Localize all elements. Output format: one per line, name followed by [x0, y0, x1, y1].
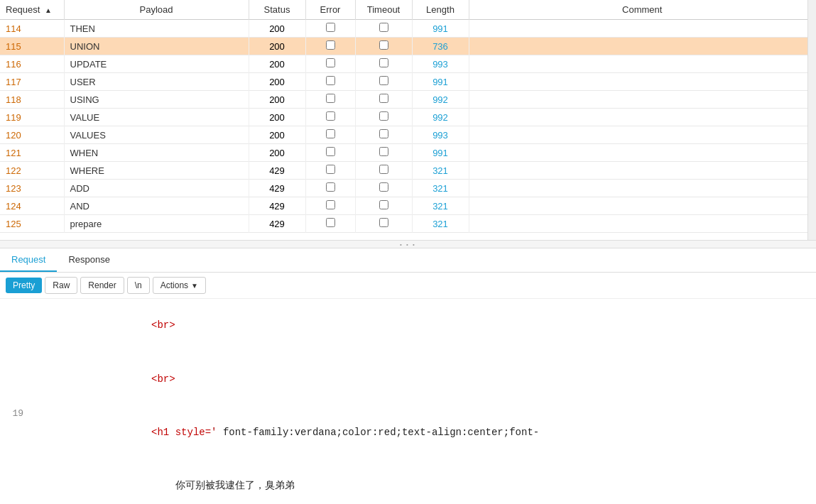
cell-error[interactable] [305, 109, 355, 126]
timeout-checkbox[interactable] [379, 218, 388, 227]
timeout-checkbox[interactable] [379, 94, 388, 103]
table-row[interactable]: 125prepare429321 [0, 215, 816, 233]
timeout-checkbox[interactable] [379, 40, 388, 50]
error-checkbox[interactable] [326, 94, 335, 103]
cell-payload: prepare [64, 215, 249, 233]
timeout-checkbox[interactable] [379, 165, 388, 174]
table-row[interactable]: 120VALUES200993 [0, 126, 816, 144]
cell-timeout[interactable] [355, 55, 412, 73]
cell-status: 429 [249, 215, 305, 233]
line-num-19: 19 [0, 405, 32, 422]
table-row[interactable]: 124AND429321 [0, 197, 816, 215]
timeout-checkbox[interactable] [379, 23, 388, 32]
cell-status: 200 [249, 109, 305, 126]
error-checkbox[interactable] [326, 147, 335, 156]
cell-timeout[interactable] [355, 38, 412, 55]
code-wrapper: <br> <br> 19 <h1 style=' font-family:ver… [0, 299, 816, 504]
table-scrollbar[interactable] [807, 0, 816, 240]
cell-payload: USER [64, 73, 249, 91]
col-header-status[interactable]: Status [249, 0, 305, 20]
table-row[interactable]: 118USING200992 [0, 91, 816, 109]
newline-button[interactable]: \n [127, 277, 150, 294]
table-row[interactable]: 122WHERE429321 [0, 162, 816, 180]
table-row[interactable]: 115UNION200736 [0, 38, 816, 55]
error-checkbox[interactable] [326, 165, 335, 174]
cell-error[interactable] [305, 144, 355, 162]
cell-request-id: 120 [0, 126, 64, 144]
line-num-pre19-br2 [0, 352, 32, 358]
cell-error[interactable] [305, 197, 355, 215]
actions-button[interactable]: Actions ▼ [153, 277, 206, 294]
table-row[interactable]: 121WHEN200991 [0, 144, 816, 162]
timeout-checkbox[interactable] [379, 200, 388, 209]
cell-timeout[interactable] [355, 126, 412, 144]
cell-error[interactable] [305, 38, 355, 55]
error-checkbox[interactable] [326, 129, 335, 138]
timeout-checkbox[interactable] [379, 129, 388, 138]
pretty-button[interactable]: Pretty [6, 278, 42, 293]
cell-error[interactable] [305, 91, 355, 109]
error-checkbox[interactable] [326, 76, 335, 85]
cell-timeout[interactable] [355, 162, 412, 180]
col-header-comment[interactable]: Comment [469, 0, 816, 20]
cell-timeout[interactable] [355, 20, 412, 38]
tab-response[interactable]: Response [57, 248, 121, 272]
cell-timeout[interactable] [355, 180, 412, 197]
code-section: <br> <br> 19 <h1 style=' font-family:ver… [0, 299, 816, 504]
raw-button[interactable]: Raw [45, 277, 77, 294]
table-row[interactable]: 117USER200991 [0, 73, 816, 91]
cell-payload: VALUE [64, 109, 249, 126]
cell-request-id: 121 [0, 144, 64, 162]
timeout-checkbox[interactable] [379, 182, 388, 192]
code-scroll[interactable]: <br> <br> 19 <h1 style=' font-family:ver… [0, 299, 816, 504]
cell-timeout[interactable] [355, 144, 412, 162]
timeout-checkbox[interactable] [379, 76, 388, 85]
tab-request[interactable]: Request [0, 248, 57, 272]
error-checkbox[interactable] [326, 182, 335, 192]
cell-error[interactable] [305, 126, 355, 144]
cell-error[interactable] [305, 162, 355, 180]
cell-payload: THEN [64, 20, 249, 38]
table-body-scroll[interactable]: 114THEN200991115UNION200736116UPDATE2009… [0, 20, 816, 240]
panel-divider[interactable]: • • • [0, 240, 816, 248]
col-header-length[interactable]: Length [412, 0, 469, 20]
cell-length: 992 [412, 109, 469, 126]
cell-timeout[interactable] [355, 91, 412, 109]
cell-timeout[interactable] [355, 197, 412, 215]
table-row[interactable]: 123ADD429321 [0, 180, 816, 197]
cell-error[interactable] [305, 180, 355, 197]
timeout-checkbox[interactable] [379, 111, 388, 121]
error-checkbox[interactable] [326, 200, 335, 209]
tabs-bar: Request Response [0, 248, 816, 273]
col-header-error[interactable]: Error [305, 0, 355, 20]
cell-error[interactable] [305, 20, 355, 38]
timeout-checkbox[interactable] [379, 147, 388, 156]
table-row[interactable]: 116UPDATE200993 [0, 55, 816, 73]
cell-timeout[interactable] [355, 109, 412, 126]
col-header-payload[interactable]: Payload [64, 0, 249, 20]
cell-error[interactable] [305, 215, 355, 233]
cell-length: 321 [412, 180, 469, 197]
table-row[interactable]: 114THEN200991 [0, 20, 816, 38]
cell-comment [469, 126, 816, 144]
error-checkbox[interactable] [326, 58, 335, 67]
line-num-19-chinese [0, 459, 32, 465]
cell-status: 200 [249, 126, 305, 144]
cell-timeout[interactable] [355, 215, 412, 233]
table-row[interactable]: 119VALUE200992 [0, 109, 816, 126]
timeout-checkbox[interactable] [379, 58, 388, 67]
error-checkbox[interactable] [326, 40, 335, 50]
error-checkbox[interactable] [326, 23, 335, 32]
cell-error[interactable] [305, 55, 355, 73]
cell-timeout[interactable] [355, 73, 412, 91]
code-line-19-chinese: 你可别被我逮住了，臭弟弟 [0, 459, 816, 504]
error-checkbox[interactable] [326, 111, 335, 121]
render-button[interactable]: Render [80, 277, 124, 294]
cell-comment [469, 55, 816, 73]
cell-comment [469, 109, 816, 126]
code-line-pre19-br1: <br> [0, 299, 816, 352]
col-header-timeout[interactable]: Timeout [355, 0, 412, 20]
col-header-request[interactable]: Request ▲ [0, 0, 64, 20]
error-checkbox[interactable] [326, 218, 335, 227]
cell-error[interactable] [305, 73, 355, 91]
